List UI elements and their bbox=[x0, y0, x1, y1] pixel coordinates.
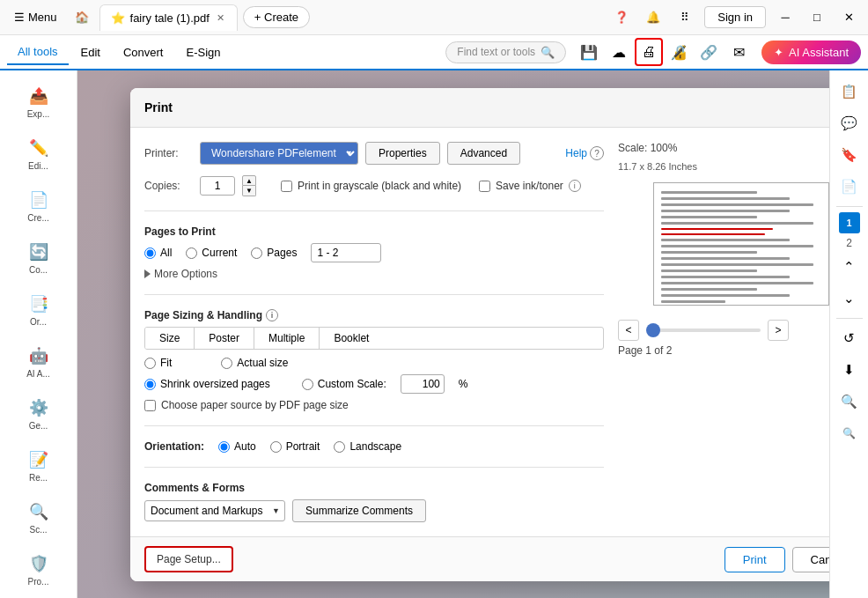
save-icon[interactable]: 💾 bbox=[575, 38, 603, 66]
more-options-toggle[interactable]: More Options bbox=[144, 268, 604, 280]
radio-current-label: Current bbox=[202, 247, 237, 259]
refresh-icon[interactable]: ↺ bbox=[835, 324, 864, 352]
preview-line bbox=[661, 257, 790, 260]
advanced-button[interactable]: Advanced bbox=[447, 142, 520, 165]
radio-pages[interactable]: Pages bbox=[251, 247, 297, 259]
link-icon[interactable]: 🔗 bbox=[695, 38, 723, 66]
radio-all-input[interactable] bbox=[144, 247, 156, 259]
maximize-button[interactable]: □ bbox=[805, 5, 829, 30]
nav-down-icon[interactable]: ⌄ bbox=[835, 284, 864, 313]
radio-actual[interactable]: Actual size bbox=[221, 357, 288, 369]
page-1-badge[interactable]: 1 bbox=[839, 212, 860, 233]
radio-custom-input[interactable] bbox=[302, 379, 313, 390]
properties-button[interactable]: Properties bbox=[365, 142, 440, 165]
toolbar-icons: 💾 ☁ 🖨 🔏 🔗 ✉ bbox=[575, 38, 753, 66]
print-icon[interactable]: 🖨 bbox=[635, 38, 663, 66]
radio-pages-input[interactable] bbox=[251, 247, 262, 259]
right-panel-page-icon[interactable]: 📄 bbox=[835, 173, 864, 201]
close-button[interactable]: ✕ bbox=[836, 5, 861, 30]
radio-landscape[interactable]: Landscape bbox=[334, 440, 401, 453]
radio-all[interactable]: All bbox=[144, 247, 172, 259]
radio-current-input[interactable] bbox=[186, 247, 197, 259]
radio-shrink[interactable]: Shrink oversized pages bbox=[144, 378, 270, 390]
paper-source-checkbox[interactable] bbox=[144, 400, 156, 411]
booklet-tab[interactable]: Booklet bbox=[320, 328, 383, 349]
radio-portrait[interactable]: Portrait bbox=[270, 440, 320, 453]
upload-icon[interactable]: ☁ bbox=[605, 38, 633, 66]
poster-tab[interactable]: Poster bbox=[195, 328, 254, 349]
radio-shrink-input[interactable] bbox=[144, 379, 156, 390]
home-button[interactable]: 🏠 bbox=[70, 5, 94, 30]
menu-all-tools[interactable]: All tools bbox=[7, 40, 69, 65]
apps-button[interactable]: ⠿ bbox=[673, 5, 697, 30]
create-button[interactable]: + Create bbox=[243, 6, 310, 28]
printer-select[interactable]: Wondershare PDFelement bbox=[200, 142, 358, 165]
right-panel-comment-icon[interactable]: 💬 bbox=[835, 109, 864, 137]
page-slider[interactable] bbox=[646, 329, 761, 332]
radio-landscape-input[interactable] bbox=[334, 441, 345, 453]
sidebar-item-convert[interactable]: 🔄 Co... bbox=[4, 235, 73, 282]
help-link[interactable]: Help ? bbox=[565, 146, 604, 160]
sidebar: 📤 Exp... ✏️ Edi... 📄 Cre... 🔄 Co... 📑 Or… bbox=[0, 70, 77, 598]
menu-button[interactable]: ☰ Menu bbox=[7, 7, 64, 27]
custom-scale-input[interactable] bbox=[401, 374, 445, 394]
right-panel-export-icon[interactable]: 📋 bbox=[835, 78, 864, 106]
menu-edit[interactable]: Edit bbox=[70, 41, 111, 64]
minimize-button[interactable]: ─ bbox=[773, 5, 798, 30]
next-page-button[interactable]: > bbox=[768, 320, 789, 341]
sidebar-item-review[interactable]: 📝 Re... bbox=[4, 443, 73, 490]
comments-select[interactable]: Document and Markups bbox=[144, 500, 285, 521]
radio-portrait-input[interactable] bbox=[270, 441, 282, 453]
email-icon[interactable]: ✉ bbox=[725, 38, 753, 66]
search-box[interactable]: Find text or tools 🔍 bbox=[445, 41, 566, 63]
notifications-button[interactable]: 🔔 bbox=[641, 5, 666, 30]
sidebar-item-scan[interactable]: 🔍 Sc... bbox=[4, 495, 73, 542]
sidebar-item-organize[interactable]: 📑 Or... bbox=[4, 287, 73, 334]
print-button[interactable]: Print bbox=[725, 547, 785, 572]
tab-close-button[interactable]: ✕ bbox=[215, 11, 226, 26]
zoom-out-icon[interactable]: 🔍 bbox=[835, 419, 864, 447]
page-2-label[interactable]: 2 bbox=[846, 237, 852, 249]
menu-esign[interactable]: E-Sign bbox=[175, 41, 231, 64]
radio-auto[interactable]: Auto bbox=[218, 440, 256, 453]
prev-page-button[interactable]: < bbox=[618, 320, 639, 341]
help-button[interactable]: ❓ bbox=[609, 5, 634, 30]
zoom-in-icon[interactable]: 🔍 bbox=[835, 388, 864, 416]
summarize-comments-button[interactable]: Summarize Comments bbox=[292, 499, 426, 522]
active-tab[interactable]: ⭐ fairy tale (1).pdf ✕ bbox=[99, 4, 238, 31]
nav-up-icon[interactable]: ⌃ bbox=[835, 253, 864, 281]
preview-line bbox=[661, 197, 790, 200]
copies-down-button[interactable]: ▼ bbox=[242, 186, 256, 196]
multiple-tab[interactable]: Multiple bbox=[254, 328, 320, 349]
grayscale-checkbox[interactable] bbox=[281, 181, 292, 192]
radio-actual-input[interactable] bbox=[221, 358, 232, 369]
orientation-row: Orientation: Auto Portrait bbox=[144, 440, 604, 453]
ai-assistant-button[interactable]: ✦ AI Assistant bbox=[761, 41, 861, 64]
stamp-icon[interactable]: 🔏 bbox=[665, 38, 693, 66]
radio-fit[interactable]: Fit bbox=[144, 357, 172, 369]
sidebar-item-edit[interactable]: ✏️ Edi... bbox=[4, 131, 73, 178]
sidebar-item-export[interactable]: 📤 Exp... bbox=[4, 79, 73, 126]
radio-custom[interactable]: Custom Scale: bbox=[302, 378, 386, 390]
sidebar-item-generate[interactable]: ⚙️ Ge... bbox=[4, 391, 73, 438]
copies-input[interactable] bbox=[200, 176, 235, 196]
page-setup-button[interactable]: Page Setup... bbox=[144, 546, 233, 572]
divider-1 bbox=[144, 210, 604, 211]
menu-convert[interactable]: Convert bbox=[113, 41, 174, 64]
sidebar-item-ai[interactable]: 🤖 AI A... bbox=[4, 339, 73, 386]
download-icon[interactable]: ⬇ bbox=[835, 356, 864, 384]
size-tab[interactable]: Size bbox=[145, 328, 195, 349]
copies-up-button[interactable]: ▲ bbox=[242, 175, 256, 186]
sidebar-item-create[interactable]: 📄 Cre... bbox=[4, 183, 73, 230]
save-ink-checkbox[interactable] bbox=[479, 181, 490, 192]
radio-current[interactable]: Current bbox=[186, 247, 237, 259]
radio-fit-input[interactable] bbox=[144, 358, 156, 369]
pages-range-input[interactable] bbox=[311, 243, 381, 262]
cancel-button[interactable]: Cancel bbox=[792, 547, 829, 572]
printer-select-wrapper: Wondershare PDFelement bbox=[200, 142, 358, 165]
preview-line bbox=[661, 269, 757, 272]
sign-in-button[interactable]: Sign in bbox=[704, 6, 766, 28]
sidebar-item-protect[interactable]: 🛡️ Pro... bbox=[4, 547, 73, 594]
radio-auto-input[interactable] bbox=[218, 441, 230, 453]
right-panel-bookmark-icon[interactable]: 🔖 bbox=[835, 141, 864, 169]
